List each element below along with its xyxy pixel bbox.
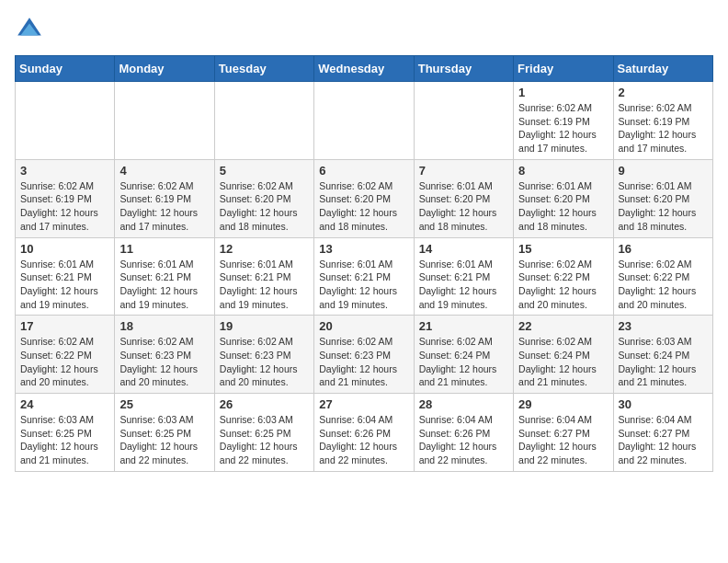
weekday-header-row: SundayMondayTuesdayWednesdayThursdayFrid…: [16, 56, 713, 82]
day-number: 28: [419, 397, 508, 411]
cell-info: Sunrise: 6:02 AM Sunset: 6:22 PM Dayligh…: [619, 258, 708, 312]
cell-info: Sunrise: 6:01 AM Sunset: 6:21 PM Dayligh…: [20, 258, 109, 312]
day-number: 29: [518, 397, 608, 411]
calendar-cell: 17Sunrise: 6:02 AM Sunset: 6:22 PM Dayli…: [16, 316, 115, 394]
calendar-cell: 14Sunrise: 6:01 AM Sunset: 6:21 PM Dayli…: [414, 237, 513, 316]
cell-info: Sunrise: 6:01 AM Sunset: 6:20 PM Dayligh…: [619, 179, 708, 234]
calendar-week-3: 10Sunrise: 6:01 AM Sunset: 6:21 PM Dayli…: [16, 237, 713, 316]
calendar-cell: 20Sunrise: 6:02 AM Sunset: 6:23 PM Dayli…: [314, 316, 414, 394]
cell-info: Sunrise: 6:01 AM Sunset: 6:21 PM Dayligh…: [220, 258, 309, 312]
day-number: 8: [518, 164, 608, 178]
calendar-cell: 30Sunrise: 6:04 AM Sunset: 6:27 PM Dayli…: [613, 394, 712, 472]
calendar-cell: 28Sunrise: 6:04 AM Sunset: 6:26 PM Dayli…: [414, 394, 513, 472]
calendar-cell: 7Sunrise: 6:01 AM Sunset: 6:20 PM Daylig…: [414, 159, 513, 237]
calendar-cell: 21Sunrise: 6:02 AM Sunset: 6:24 PM Dayli…: [414, 316, 513, 394]
calendar-cell: 10Sunrise: 6:01 AM Sunset: 6:21 PM Dayli…: [16, 237, 115, 316]
calendar-cell: 16Sunrise: 6:02 AM Sunset: 6:22 PM Dayli…: [613, 237, 712, 316]
day-number: 12: [220, 242, 309, 256]
cell-info: Sunrise: 6:01 AM Sunset: 6:20 PM Dayligh…: [518, 179, 608, 234]
day-number: 27: [319, 397, 408, 411]
day-number: 1: [518, 86, 608, 99]
day-number: 2: [619, 86, 708, 99]
calendar-cell: 12Sunrise: 6:01 AM Sunset: 6:21 PM Dayli…: [214, 237, 313, 316]
page-header: [15, 15, 713, 44]
calendar-week-4: 17Sunrise: 6:02 AM Sunset: 6:22 PM Dayli…: [16, 316, 713, 394]
calendar-cell: 3Sunrise: 6:02 AM Sunset: 6:19 PM Daylig…: [16, 159, 115, 237]
calendar-cell: 6Sunrise: 6:02 AM Sunset: 6:20 PM Daylig…: [314, 159, 414, 237]
calendar-week-1: 1Sunrise: 6:02 AM Sunset: 6:19 PM Daylig…: [16, 82, 713, 160]
cell-info: Sunrise: 6:03 AM Sunset: 6:24 PM Dayligh…: [619, 335, 708, 389]
cell-info: Sunrise: 6:02 AM Sunset: 6:22 PM Dayligh…: [518, 258, 608, 312]
day-number: 11: [119, 242, 209, 256]
calendar-cell: 23Sunrise: 6:03 AM Sunset: 6:24 PM Dayli…: [613, 316, 712, 394]
logo-icon: [15, 15, 44, 44]
calendar-cell: 25Sunrise: 6:03 AM Sunset: 6:25 PM Dayli…: [115, 394, 214, 472]
calendar-cell: 18Sunrise: 6:02 AM Sunset: 6:23 PM Dayli…: [115, 316, 214, 394]
calendar-week-5: 24Sunrise: 6:03 AM Sunset: 6:25 PM Dayli…: [16, 394, 713, 472]
cell-info: Sunrise: 6:02 AM Sunset: 6:20 PM Dayligh…: [319, 179, 408, 234]
cell-info: Sunrise: 6:02 AM Sunset: 6:19 PM Dayligh…: [518, 101, 608, 155]
calendar-cell: 27Sunrise: 6:04 AM Sunset: 6:26 PM Dayli…: [314, 394, 414, 472]
calendar-cell: [115, 82, 214, 160]
cell-info: Sunrise: 6:02 AM Sunset: 6:19 PM Dayligh…: [20, 179, 109, 234]
day-number: 30: [619, 397, 708, 411]
day-number: 17: [20, 319, 109, 333]
calendar-cell: 15Sunrise: 6:02 AM Sunset: 6:22 PM Dayli…: [514, 237, 613, 316]
day-number: 3: [20, 164, 109, 178]
weekday-header-friday: Friday: [514, 56, 613, 82]
logo: [15, 15, 48, 44]
day-number: 14: [419, 242, 508, 256]
day-number: 6: [319, 164, 408, 178]
day-number: 26: [220, 397, 309, 411]
day-number: 18: [119, 319, 209, 333]
day-number: 9: [619, 164, 708, 178]
day-number: 4: [119, 164, 209, 178]
day-number: 16: [619, 242, 708, 256]
day-number: 13: [319, 242, 408, 256]
cell-info: Sunrise: 6:02 AM Sunset: 6:19 PM Dayligh…: [119, 179, 209, 234]
cell-info: Sunrise: 6:02 AM Sunset: 6:23 PM Dayligh…: [119, 335, 209, 389]
cell-info: Sunrise: 6:02 AM Sunset: 6:20 PM Dayligh…: [220, 179, 309, 234]
day-number: 21: [419, 319, 508, 333]
calendar-cell: 26Sunrise: 6:03 AM Sunset: 6:25 PM Dayli…: [214, 394, 313, 472]
weekday-header-wednesday: Wednesday: [314, 56, 414, 82]
day-number: 7: [419, 164, 508, 178]
cell-info: Sunrise: 6:04 AM Sunset: 6:26 PM Dayligh…: [419, 413, 508, 467]
cell-info: Sunrise: 6:02 AM Sunset: 6:22 PM Dayligh…: [20, 335, 109, 389]
calendar-week-2: 3Sunrise: 6:02 AM Sunset: 6:19 PM Daylig…: [16, 159, 713, 237]
cell-info: Sunrise: 6:01 AM Sunset: 6:21 PM Dayligh…: [319, 258, 408, 312]
calendar-cell: 24Sunrise: 6:03 AM Sunset: 6:25 PM Dayli…: [16, 394, 115, 472]
cell-info: Sunrise: 6:03 AM Sunset: 6:25 PM Dayligh…: [20, 413, 109, 467]
day-number: 24: [20, 397, 109, 411]
cell-info: Sunrise: 6:01 AM Sunset: 6:20 PM Dayligh…: [419, 179, 508, 234]
calendar-cell: 9Sunrise: 6:01 AM Sunset: 6:20 PM Daylig…: [613, 159, 712, 237]
day-number: 19: [220, 319, 309, 333]
day-number: 22: [518, 319, 608, 333]
cell-info: Sunrise: 6:01 AM Sunset: 6:21 PM Dayligh…: [119, 258, 209, 312]
cell-info: Sunrise: 6:04 AM Sunset: 6:27 PM Dayligh…: [619, 413, 708, 467]
calendar-cell: [314, 82, 414, 160]
weekday-header-monday: Monday: [115, 56, 214, 82]
cell-info: Sunrise: 6:02 AM Sunset: 6:24 PM Dayligh…: [518, 335, 608, 389]
cell-info: Sunrise: 6:03 AM Sunset: 6:25 PM Dayligh…: [119, 413, 209, 467]
cell-info: Sunrise: 6:02 AM Sunset: 6:19 PM Dayligh…: [619, 101, 708, 155]
day-number: 20: [319, 319, 408, 333]
weekday-header-sunday: Sunday: [16, 56, 115, 82]
calendar-cell: [16, 82, 115, 160]
cell-info: Sunrise: 6:02 AM Sunset: 6:23 PM Dayligh…: [319, 335, 408, 389]
calendar-cell: 8Sunrise: 6:01 AM Sunset: 6:20 PM Daylig…: [514, 159, 613, 237]
calendar-cell: 4Sunrise: 6:02 AM Sunset: 6:19 PM Daylig…: [115, 159, 214, 237]
day-number: 25: [119, 397, 209, 411]
calendar-cell: [214, 82, 313, 160]
calendar-cell: 2Sunrise: 6:02 AM Sunset: 6:19 PM Daylig…: [613, 82, 712, 160]
cell-info: Sunrise: 6:02 AM Sunset: 6:24 PM Dayligh…: [419, 335, 508, 389]
calendar-cell: 13Sunrise: 6:01 AM Sunset: 6:21 PM Dayli…: [314, 237, 414, 316]
calendar-cell: 29Sunrise: 6:04 AM Sunset: 6:27 PM Dayli…: [514, 394, 613, 472]
calendar-cell: 1Sunrise: 6:02 AM Sunset: 6:19 PM Daylig…: [514, 82, 613, 160]
day-number: 15: [518, 242, 608, 256]
calendar-cell: 19Sunrise: 6:02 AM Sunset: 6:23 PM Dayli…: [214, 316, 313, 394]
cell-info: Sunrise: 6:04 AM Sunset: 6:27 PM Dayligh…: [518, 413, 608, 467]
weekday-header-tuesday: Tuesday: [214, 56, 313, 82]
cell-info: Sunrise: 6:01 AM Sunset: 6:21 PM Dayligh…: [419, 258, 508, 312]
cell-info: Sunrise: 6:02 AM Sunset: 6:23 PM Dayligh…: [220, 335, 309, 389]
